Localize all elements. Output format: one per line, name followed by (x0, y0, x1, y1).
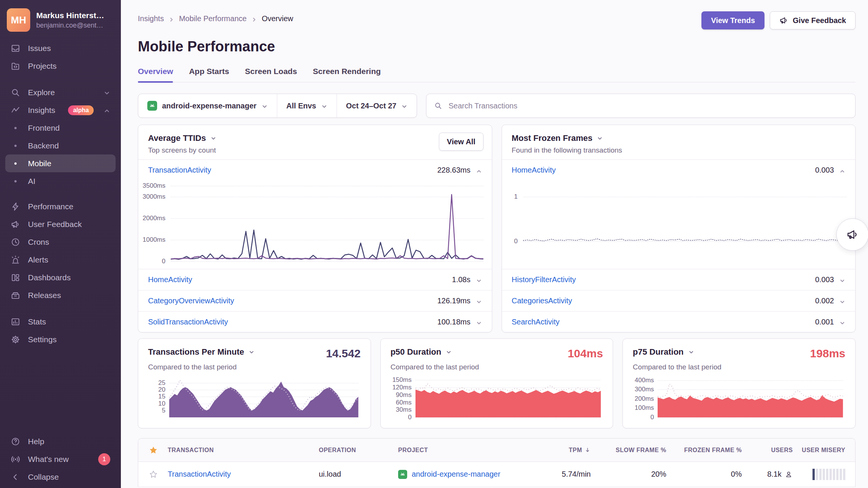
tab-screen-loads[interactable]: Screen Loads (245, 67, 297, 82)
misery-bar (843, 469, 845, 480)
chevron-down-icon[interactable] (476, 298, 482, 304)
misery-bar (816, 469, 818, 480)
chevron-down-icon[interactable] (249, 349, 255, 355)
transaction-link[interactable]: HistoryFilterActivity (512, 275, 576, 284)
panel-title: Most Frozen Frames (512, 133, 593, 143)
tab-screen-rendering[interactable]: Screen Rendering (313, 67, 381, 82)
ttid-expanded-row: TransactionActivity 228.63ms (138, 159, 492, 181)
feedback-fab-button[interactable] (836, 218, 868, 251)
archive-icon (11, 290, 20, 300)
sidebar-item-label: Frontend (28, 124, 60, 133)
transaction-link[interactable]: CategoriesActivity (512, 297, 572, 305)
col-slow-frame[interactable]: Slow Frame % (591, 447, 666, 454)
misery-bar (826, 469, 828, 480)
tab-overview[interactable]: Overview (138, 67, 173, 82)
sidebar-item-performance[interactable]: Performance (5, 198, 116, 215)
breadcrumb-insights[interactable]: Insights (138, 14, 164, 23)
transaction-link[interactable]: SolidTransactionActivity (148, 318, 228, 326)
p50-duration-card: p50 Duration 104ms Compared to the last … (380, 338, 613, 428)
sidebar-collapse-button[interactable]: Collapse (5, 468, 116, 486)
sidebar-item-alerts[interactable]: Alerts (5, 251, 116, 269)
sidebar-item-releases[interactable]: Releases (5, 286, 116, 304)
misery-bar (823, 469, 825, 480)
chevron-down-icon[interactable] (446, 349, 452, 355)
chevron-down-icon[interactable] (597, 135, 603, 141)
sidebar-item-frontend[interactable]: Frontend (5, 119, 116, 137)
col-operation[interactable]: Operation (319, 447, 398, 454)
chevron-down-icon[interactable] (476, 277, 482, 283)
sidebar-item-backend[interactable]: Backend (5, 137, 116, 154)
view-trends-button[interactable]: View Trends (701, 11, 764, 29)
sidebar-item-help[interactable]: Help (5, 432, 116, 450)
search-transactions-input[interactable] (448, 101, 848, 111)
sidebar-item-settings[interactable]: Settings (5, 330, 116, 348)
sidebar-item-label: Backend (28, 141, 59, 150)
sidebar-item-label: Collapse (28, 473, 59, 482)
chevron-up-icon[interactable] (839, 167, 845, 173)
col-project[interactable]: Project (398, 447, 527, 454)
page-filter-bar: android-expense-manager All Envs Oct 24–… (138, 94, 417, 118)
sidebar-item-label: Help (28, 437, 44, 446)
user-misery-bars (793, 468, 845, 480)
transaction-link[interactable]: TransactionActivity (148, 166, 211, 175)
sidebar-item-stats[interactable]: Stats (5, 313, 116, 330)
sidebar-item-mobile[interactable]: Mobile (5, 154, 116, 172)
sidebar-item-ai[interactable]: AI (5, 172, 116, 190)
table-row: CategoryOverviewActivity 126.19ms (138, 290, 492, 311)
sidebar-item-explore[interactable]: Explore (5, 83, 116, 101)
transaction-link[interactable]: HomeActivity (148, 275, 192, 284)
chevron-down-icon[interactable] (839, 319, 845, 325)
tab-app-starts[interactable]: App Starts (189, 67, 229, 82)
star-outline-icon[interactable] (149, 470, 158, 479)
sidebar-item-dashboards[interactable]: Dashboards (5, 269, 116, 286)
star-filled-icon[interactable] (149, 446, 158, 455)
give-feedback-button[interactable]: Give Feedback (770, 11, 856, 29)
col-user-misery[interactable]: User Misery (793, 447, 845, 454)
panel-subtitle: Top screens by count (148, 146, 482, 154)
chevron-down-icon[interactable] (839, 277, 845, 283)
panel-subtitle: Found in the following transactions (512, 146, 846, 154)
environment-selector[interactable]: All Envs (277, 94, 337, 117)
transaction-link[interactable]: SearchActivity (512, 318, 560, 326)
sidebar-item-whats-new[interactable]: What's new 1 (5, 450, 116, 468)
breadcrumb: Insights Mobile Performance Overview (138, 11, 293, 23)
col-frozen-frame[interactable]: Frozen Frame % (666, 447, 742, 454)
transaction-link[interactable]: HomeActivity (512, 166, 556, 175)
misery-bar (836, 469, 839, 480)
chevron-down-icon[interactable] (210, 135, 216, 141)
panel-title: Average TTIDs (148, 133, 206, 143)
sidebar-item-label: Issues (28, 44, 51, 53)
transaction-link[interactable]: TransactionActivity (168, 470, 231, 478)
broadcast-icon (11, 454, 20, 464)
sidebar-item-issues[interactable]: Issues (5, 39, 116, 57)
chevron-left-icon (11, 472, 20, 482)
transaction-link[interactable]: CategoryOverviewActivity (148, 297, 234, 305)
user-menu[interactable]: MH Markus Hinterst… benjamin.coe@sent… (0, 0, 121, 38)
breadcrumb-mobile-performance[interactable]: Mobile Performance (179, 14, 247, 23)
p50-area-chart: 150ms120ms90ms60ms30ms0 (391, 377, 603, 418)
project-selector[interactable]: android-expense-manager (138, 94, 277, 117)
tpm-area-chart: 252015105 (148, 377, 361, 418)
sidebar-item-projects[interactable]: Projects (5, 57, 116, 75)
sidebar-item-insights[interactable]: Insights alpha (5, 101, 116, 119)
sidebar-item-user-feedback[interactable]: User Feedback (5, 215, 116, 233)
chevron-down-icon[interactable] (476, 319, 482, 325)
col-users[interactable]: Users (742, 447, 793, 454)
chevron-down-icon[interactable] (688, 349, 694, 355)
search-transactions-box[interactable] (426, 94, 856, 118)
frozen-value: 0.002 (815, 297, 834, 305)
pulse-icon (11, 105, 20, 115)
help-icon (11, 437, 20, 446)
grid-line (658, 417, 843, 418)
project-link[interactable]: android-expense-manager (412, 470, 500, 479)
sidebar-item-crons[interactable]: Crons (5, 233, 116, 251)
view-all-button[interactable]: View All (439, 133, 483, 151)
chevron-right-icon (251, 16, 257, 22)
chevron-up-icon[interactable] (476, 167, 482, 173)
chevron-down-icon[interactable] (839, 298, 845, 304)
frozen-frames-chart: 10 (502, 181, 856, 269)
date-range-selector[interactable]: Oct 24–Oct 27 (337, 94, 417, 117)
axis-tick-label: 60ms (387, 399, 412, 406)
col-tpm[interactable]: TPM (527, 447, 591, 454)
col-transaction[interactable]: Transaction (168, 447, 319, 454)
